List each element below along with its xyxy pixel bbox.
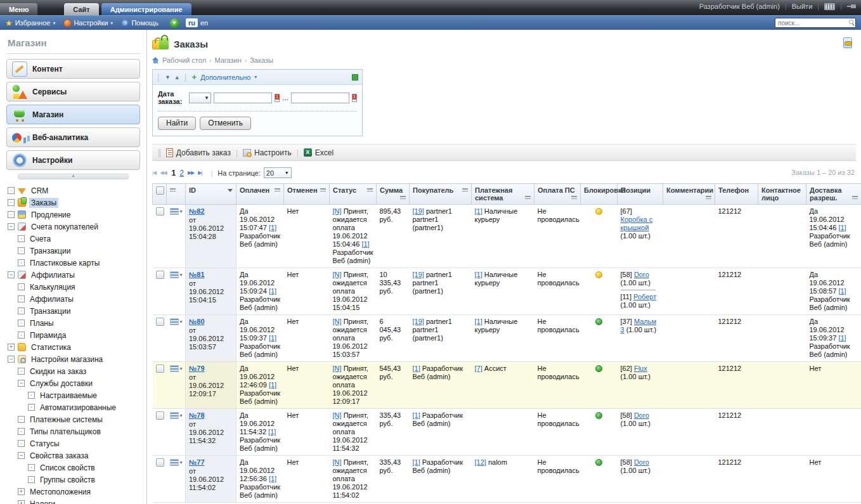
- cell-link[interactable]: Doro: [634, 411, 649, 419]
- column-filter-icon[interactable]: [706, 196, 711, 200]
- tab-admin[interactable]: Администрирование: [101, 3, 191, 15]
- column-header[interactable]: Платежная система: [472, 184, 534, 205]
- tree-item[interactable]: −Службы доставки: [6, 377, 140, 389]
- first-page-button[interactable]: |◀: [152, 170, 156, 176]
- cell-link[interactable]: [7]: [475, 365, 482, 372]
- tree-expander-icon[interactable]: ·: [8, 199, 15, 206]
- tree-item[interactable]: ·Аффилиаты: [6, 293, 140, 305]
- cell-link[interactable]: [1]: [475, 207, 482, 215]
- tree-item[interactable]: ·Заказы: [6, 197, 140, 209]
- cell-link[interactable]: [1]: [413, 411, 420, 419]
- tree-expander-icon[interactable]: +: [8, 344, 15, 351]
- breadcrumb-item[interactable]: Заказы: [250, 56, 273, 64]
- tree-expander-icon[interactable]: ·: [28, 464, 35, 471]
- tree-expander-icon[interactable]: ·: [18, 247, 25, 254]
- tree-expander-icon[interactable]: ·: [18, 259, 25, 266]
- order-id-link[interactable]: №82: [189, 207, 205, 215]
- cell-link[interactable]: [N]: [333, 365, 342, 372]
- row-actions-menu[interactable]: ▾: [170, 271, 183, 279]
- cell-link[interactable]: [1]: [269, 334, 276, 342]
- order-id-link[interactable]: №81: [189, 271, 205, 278]
- tree-item[interactable]: ·Планы: [6, 317, 140, 329]
- tree-item[interactable]: ·Типы плательщиков: [6, 425, 140, 437]
- search-input[interactable]: [775, 18, 856, 28]
- date-to-input[interactable]: [291, 93, 349, 103]
- tree-item[interactable]: ·Продление: [6, 209, 140, 221]
- tree-expander-icon[interactable]: +: [18, 488, 25, 495]
- filter-expand-icon[interactable]: ▲: [174, 74, 180, 81]
- cell-link[interactable]: [1]: [475, 318, 482, 325]
- cell-link[interactable]: [1]: [268, 428, 276, 436]
- filter-state-icon[interactable]: [352, 74, 358, 81]
- tree-item[interactable]: ·Платежные системы: [6, 413, 140, 425]
- tree-item[interactable]: ·Скидки на заказ: [6, 365, 140, 377]
- tree-item[interactable]: −Свойства заказа: [6, 449, 140, 462]
- favorites-menu[interactable]: ★ Избранное▾: [5, 18, 55, 28]
- prev-page-button[interactable]: ◀◀: [160, 170, 166, 176]
- cell-link[interactable]: Doro: [634, 271, 649, 278]
- column-filter-icon[interactable]: [320, 188, 326, 193]
- column-filter-icon[interactable]: [571, 196, 577, 200]
- cell-link[interactable]: [1]: [269, 287, 276, 295]
- tree-expander-icon[interactable]: +: [18, 500, 25, 504]
- lang-ru-button[interactable]: ru: [186, 18, 198, 27]
- tree-expander-icon[interactable]: ·: [8, 211, 15, 218]
- column-header[interactable]: Позиции: [618, 184, 663, 205]
- column-header[interactable]: Покупатель: [410, 184, 472, 205]
- cancel-button[interactable]: Отменить: [200, 117, 251, 130]
- help-menu[interactable]: ? Помощь: [122, 19, 159, 27]
- tree-item[interactable]: −Счета покупателей: [6, 221, 140, 233]
- configure-button[interactable]: Настроить: [243, 148, 292, 157]
- tab-site[interactable]: Сайт: [64, 3, 98, 15]
- column-filter-icon[interactable]: [852, 196, 858, 200]
- cell-link[interactable]: [19]: [413, 207, 424, 215]
- filter-extra-link[interactable]: Дополнительно: [200, 74, 250, 81]
- cell-link[interactable]: [N]: [333, 271, 342, 278]
- tab-menu[interactable]: Меню: [0, 3, 37, 15]
- order-id-link[interactable]: №80: [189, 318, 205, 325]
- breadcrumb-item[interactable]: Магазин: [214, 56, 241, 64]
- page-link[interactable]: 2: [179, 169, 184, 178]
- current-user-link[interactable]: Разработчик Веб (admin): [699, 3, 780, 10]
- tree-item[interactable]: ·Настраиваемые: [6, 389, 140, 401]
- date-filter-type-select[interactable]: [189, 93, 210, 103]
- tree-item[interactable]: ·CRM: [6, 184, 140, 197]
- tree-item[interactable]: ·Транзакции: [6, 305, 140, 317]
- tree-item[interactable]: +Статистика: [6, 341, 140, 353]
- cell-link[interactable]: [1]: [361, 240, 369, 248]
- column-header[interactable]: Контактное лицо: [758, 184, 806, 205]
- tree-item[interactable]: ·Счета: [6, 233, 140, 245]
- last-page-button[interactable]: ▶|: [198, 170, 202, 176]
- settings-menu[interactable]: Настройки▾: [64, 19, 113, 27]
- cell-link[interactable]: Роберт: [633, 293, 656, 300]
- cell-link[interactable]: [1]: [269, 224, 276, 231]
- row-checkbox[interactable]: [156, 365, 164, 373]
- tree-expander-icon[interactable]: −: [18, 452, 25, 459]
- sidebar-item-settings[interactable]: Настройки: [6, 150, 140, 170]
- row-actions-menu[interactable]: ▾: [170, 318, 183, 326]
- row-checkbox[interactable]: [156, 458, 164, 467]
- column-filter-icon[interactable]: [367, 188, 373, 193]
- column-filter-icon[interactable]: [462, 188, 468, 193]
- column-header[interactable]: ID: [186, 184, 236, 205]
- sidebar-item-analytics[interactable]: Веб-аналитика: [6, 127, 140, 147]
- select-all-checkbox[interactable]: [156, 186, 164, 195]
- sidebar-item-shop[interactable]: Магазин: [6, 105, 140, 124]
- tree-item[interactable]: +Налоги: [6, 498, 140, 504]
- row-checkbox[interactable]: [156, 411, 164, 420]
- cell-link[interactable]: [1]: [413, 458, 420, 466]
- per-page-select[interactable]: 20: [264, 167, 292, 178]
- cell-link[interactable]: Doro: [634, 458, 649, 466]
- cell-link[interactable]: [1]: [269, 381, 276, 389]
- order-id-link[interactable]: №78: [189, 411, 205, 419]
- tree-expander-icon[interactable]: ·: [18, 320, 25, 326]
- excel-button[interactable]: X Excel: [304, 148, 333, 157]
- tree-item[interactable]: +Местоположения: [6, 486, 140, 498]
- sidebar-splitter-handle[interactable]: [18, 174, 129, 179]
- cell-link[interactable]: Мальм 3: [621, 318, 657, 333]
- cell-link[interactable]: [N]: [333, 207, 342, 215]
- cell-link[interactable]: [19]: [413, 271, 424, 278]
- column-header[interactable]: Оплачен: [236, 184, 284, 205]
- tree-expander-icon[interactable]: ·: [18, 235, 25, 242]
- row-checkbox[interactable]: [156, 271, 164, 279]
